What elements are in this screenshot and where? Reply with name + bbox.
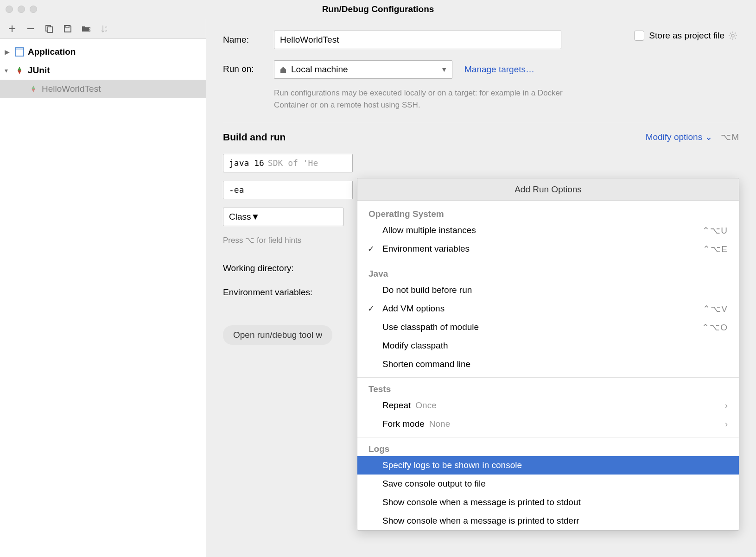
save-icon[interactable]: [63, 24, 72, 33]
application-icon: [14, 46, 25, 57]
vm-options-value: -ea: [229, 185, 244, 195]
sdk-main: java 16: [229, 158, 264, 168]
close-dot[interactable]: [6, 6, 13, 13]
open-tool-window-chip[interactable]: Open run/debug tool w: [223, 325, 332, 345]
zoom-dot[interactable]: [30, 6, 37, 13]
chevron-right-icon: ›: [725, 401, 728, 411]
tree-node-helloworldtest[interactable]: HelloWorldTest: [0, 80, 206, 98]
svg-rect-2: [66, 25, 69, 28]
popup-group-label: Logs: [357, 441, 739, 456]
working-directory-label: Working directory:: [223, 263, 334, 273]
popup-menu-item[interactable]: Allow multiple instances⌃⌥U: [357, 221, 739, 240]
menu-item-text: Do not build before run: [382, 285, 472, 295]
svg-line-12: [730, 33, 731, 34]
menu-separator: [357, 377, 739, 378]
run-on-select[interactable]: Local machine ▼: [274, 60, 452, 79]
folder-icon[interactable]: [82, 24, 91, 33]
menu-separator: [357, 437, 739, 437]
tree-node-application[interactable]: ▶ Application: [0, 43, 206, 61]
vm-options-input[interactable]: -ea: [223, 181, 353, 199]
svg-point-7: [731, 34, 734, 37]
popup-body: Operating SystemAllow multiple instances…: [357, 201, 739, 530]
tree-node-junit[interactable]: ▾ JUnit: [0, 61, 206, 80]
menu-separator: [357, 262, 739, 262]
store-checkbox[interactable]: [634, 31, 644, 41]
menu-item-text: Fork mode: [382, 419, 425, 429]
sdk-select[interactable]: java 16 SDK of 'He: [223, 154, 353, 172]
home-icon: [279, 65, 287, 74]
manage-targets-link[interactable]: Manage targets…: [464, 64, 534, 75]
store-as-project-file-row[interactable]: Store as project file: [634, 31, 737, 41]
run-on-hint: Run configurations may be executed local…: [274, 87, 589, 112]
menu-item-value: Once: [415, 400, 436, 411]
titlebar: Run/Debug Configurations: [0, 0, 756, 19]
popup-menu-item[interactable]: ✓Add VM options⌃⌥V: [357, 299, 739, 318]
run-on-label: Run on:: [223, 64, 274, 74]
remove-icon[interactable]: [26, 24, 35, 33]
sort-icon[interactable]: az: [100, 24, 109, 33]
menu-item-value: None: [429, 419, 450, 429]
test-kind-select[interactable]: Class ▼: [223, 208, 343, 226]
menu-item-text: Use classpath of module: [382, 322, 479, 332]
menu-item-shortcut: ⌃⌥U: [702, 225, 728, 236]
junit-child-icon: [28, 83, 39, 95]
chevron-right-icon: ›: [725, 419, 728, 429]
popup-menu-item[interactable]: ✓Environment variables⌃⌥E: [357, 240, 739, 258]
svg-text:z: z: [105, 29, 107, 33]
popup-menu-item[interactable]: Fork modeNone›: [357, 415, 739, 433]
menu-item-text: Modify classpath: [382, 341, 448, 351]
modify-options-text: Modify options: [646, 132, 703, 142]
menu-item-text: Environment variables: [382, 244, 470, 254]
minimize-dot[interactable]: [18, 6, 25, 13]
window-title: Run/Debug Configurations: [0, 4, 756, 14]
popup-group-label: Operating System: [357, 206, 739, 221]
check-icon: ✓: [368, 244, 375, 254]
menu-item-text: Add VM options: [382, 304, 445, 314]
popup-menu-item[interactable]: Do not build before run: [357, 281, 739, 299]
popup-menu-item[interactable]: Shorten command line: [357, 355, 739, 373]
tree-label-junit: JUnit: [28, 65, 50, 76]
menu-item-shortcut: ⌃⌥E: [703, 244, 728, 254]
popup-menu-item[interactable]: Show console when a message is printed t…: [357, 512, 739, 530]
popup-menu-item[interactable]: RepeatOnce›: [357, 396, 739, 415]
run-debug-config-window: Run/Debug Configurations az ▶ Applicatio…: [0, 0, 756, 557]
svg-rect-1: [48, 27, 52, 32]
svg-rect-6: [15, 48, 24, 50]
popup-menu-item[interactable]: Specify logs to be shown in console: [357, 456, 739, 475]
name-input[interactable]: [274, 31, 561, 49]
modify-shortcut: ⌥M: [721, 132, 739, 142]
popup-menu-item[interactable]: Use classpath of module⌃⌥O: [357, 318, 739, 336]
menu-item-text: Allow multiple instances: [382, 225, 476, 235]
popup-group-label: Tests: [357, 381, 739, 396]
copy-icon[interactable]: [44, 24, 54, 33]
chevron-down-icon: ⌄: [705, 132, 712, 142]
tree-label-application: Application: [28, 47, 76, 57]
dropdown-arrow-icon: ▼: [251, 212, 260, 222]
check-icon: ✓: [368, 304, 375, 314]
svg-line-13: [735, 38, 736, 38]
popup-title: Add Run Options: [357, 178, 739, 201]
menu-item-text: Repeat: [382, 400, 411, 411]
env-variables-label: Environment variables:: [223, 287, 334, 297]
popup-menu-item[interactable]: Save console output to file: [357, 475, 739, 493]
add-icon[interactable]: [7, 24, 17, 33]
store-label: Store as project file: [649, 31, 724, 41]
menu-item-text: Save console output to file: [382, 479, 486, 489]
popup-menu-item[interactable]: Show console when a message is printed t…: [357, 493, 739, 512]
modify-options-link[interactable]: Modify options ⌄ ⌥M: [646, 132, 739, 142]
window-controls: [6, 6, 37, 13]
dropdown-arrow-icon: ▼: [441, 66, 447, 73]
sdk-grey: SDK of 'He: [268, 158, 318, 168]
name-label: Name:: [223, 35, 274, 45]
run-on-row: Run on: Local machine ▼ Manage targets… …: [223, 60, 739, 112]
popup-menu-item[interactable]: Modify classpath: [357, 336, 739, 355]
menu-item-text: Show console when a message is printed t…: [382, 497, 581, 507]
add-run-options-popup: Add Run Options Operating SystemAllow mu…: [357, 178, 739, 531]
popup-group-label: Java: [357, 266, 739, 281]
tree-label-helloworldtest: HelloWorldTest: [42, 84, 101, 94]
gear-icon[interactable]: [728, 31, 737, 40]
expand-arrow-icon[interactable]: ▶: [5, 48, 11, 56]
collapse-arrow-icon[interactable]: ▾: [5, 67, 11, 74]
separator: [223, 123, 739, 123]
menu-item-shortcut: ⌃⌥V: [703, 304, 728, 314]
